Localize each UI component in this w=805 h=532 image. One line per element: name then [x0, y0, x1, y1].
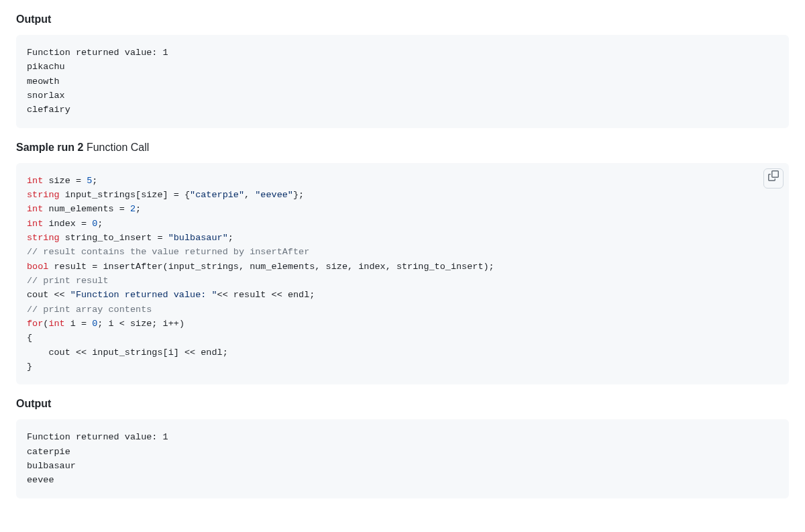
- code-content-sample-2: int size = 5; string input_strings[size]…: [27, 174, 778, 374]
- sample-run-2-heading: Sample run 2 Function Call: [16, 142, 789, 154]
- copy-button[interactable]: [763, 168, 784, 189]
- output-heading-2: Output: [16, 398, 789, 410]
- output-content-2: Function returned value: 1 caterpie bulb…: [27, 430, 778, 487]
- sample-run-2-heading-bold: Sample run 2: [16, 142, 87, 153]
- code-block-sample-2: int size = 5; string input_strings[size]…: [16, 163, 789, 385]
- output-content-1: Function returned value: 1 pikachu meowt…: [27, 46, 778, 117]
- copy-icon: [768, 170, 779, 186]
- sample-run-2-heading-regular: Function Call: [87, 142, 149, 153]
- document-body: Output Function returned value: 1 pikach…: [0, 13, 805, 504]
- output-heading-2-text: Output: [16, 398, 51, 409]
- output-block-1: Function returned value: 1 pikachu meowt…: [16, 35, 789, 128]
- output-heading-1-text: Output: [16, 13, 51, 25]
- output-heading-1: Output: [16, 13, 789, 25]
- output-block-2: Function returned value: 1 caterpie bulb…: [16, 419, 789, 498]
